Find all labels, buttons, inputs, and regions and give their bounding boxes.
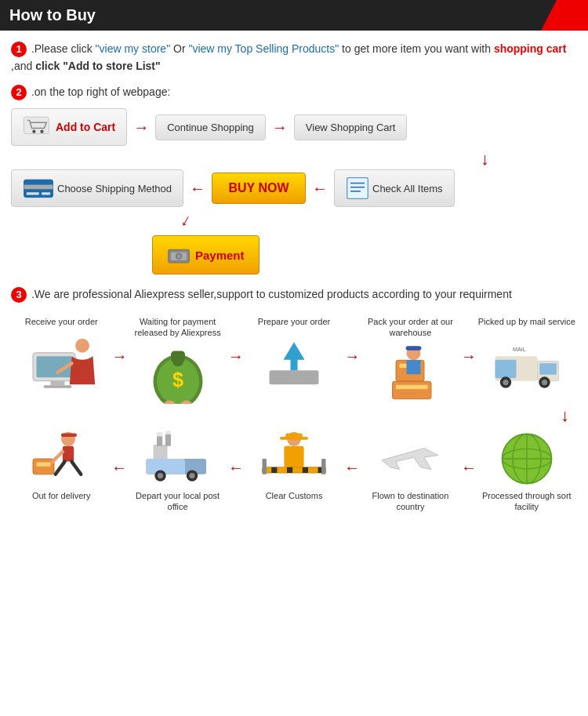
- prepare-label: Prepare your order: [258, 316, 330, 327]
- header-title: How to Buy: [9, 6, 96, 24]
- pickup-icon: MAIL: [492, 330, 562, 393]
- process-pickup: Picked up by mail service MAIL: [477, 316, 577, 393]
- arrow-down-1: ↓: [11, 149, 577, 169]
- continue-shopping-button[interactable]: Continue Shopping: [155, 114, 266, 140]
- process-receive: Receive your order: [11, 316, 111, 393]
- process-out-delivery: Out for delivery: [11, 427, 111, 504]
- process-sort: Processed through sort facility: [477, 427, 577, 516]
- pack-label: Pack your order at our warehouse: [360, 316, 460, 339]
- cash-icon: [167, 244, 191, 266]
- svg-rect-18: [44, 385, 72, 388]
- svg-point-42: [503, 380, 508, 385]
- arrow-l3: →: [344, 459, 360, 477]
- choose-shipping-button[interactable]: Choose Shipping Method: [11, 169, 183, 207]
- flow-diagram: Add to Cart → Continue Shopping → View S…: [11, 108, 577, 274]
- arrow1: →: [133, 118, 149, 136]
- step1-suffix: to get more item you want with: [342, 42, 494, 55]
- svg-point-44: [542, 380, 547, 385]
- svg-text:MAIL: MAIL: [513, 346, 526, 353]
- payment-button[interactable]: Payment: [152, 235, 260, 274]
- sort-label: Processed through sort facility: [477, 490, 577, 513]
- process-row2: Out for delivery → Depart your local p: [11, 427, 577, 516]
- continue-shopping-label: Continue Shopping: [167, 122, 254, 133]
- svg-rect-4: [24, 185, 53, 190]
- arrow4: →: [312, 180, 328, 198]
- view-store-link[interactable]: "view my store": [96, 42, 171, 55]
- svg-rect-49: [37, 463, 51, 467]
- add-to-cart-button[interactable]: Add to Cart: [11, 108, 127, 146]
- process-flown: Flown to destination country: [360, 427, 460, 516]
- step2-number: 2: [11, 85, 27, 100]
- svg-line-50: [56, 462, 65, 474]
- flow-row1: Add to Cart → Continue Shopping → View S…: [11, 108, 577, 146]
- process-prepare: Prepare your order: [244, 316, 344, 393]
- svg-rect-68: [280, 437, 308, 440]
- view-cart-label: View Shopping Cart: [306, 122, 396, 133]
- shopping-cart-text: shopping cart: [494, 42, 567, 55]
- svg-rect-7: [347, 178, 368, 199]
- arrow-l2: →: [228, 459, 244, 477]
- waiting-icon: $: [143, 341, 213, 404]
- payment-label: Payment: [195, 249, 245, 262]
- prepare-icon: [259, 330, 329, 393]
- main-content: 1 .Please click "view my store" Or "view…: [0, 31, 588, 525]
- svg-line-52: [53, 452, 63, 462]
- step1-number: 1: [11, 42, 27, 57]
- process-customs: Clear Customs: [244, 427, 344, 504]
- svg-rect-47: [63, 446, 74, 462]
- choose-shipping-label: Choose Shipping Method: [57, 183, 172, 194]
- svg-rect-73: [303, 467, 308, 473]
- arrow-r3: →: [344, 347, 360, 365]
- top-selling-link[interactable]: "view my Top Selling Products": [188, 42, 339, 55]
- svg-rect-28: [270, 370, 319, 384]
- pickup-label: Picked up by mail service: [478, 316, 575, 327]
- svg-rect-66: [284, 446, 303, 467]
- page-header: How to Buy: [0, 0, 588, 31]
- svg-point-58: [165, 431, 170, 434]
- step3-number: 3: [11, 287, 27, 303]
- out-delivery-label: Out for delivery: [32, 490, 91, 501]
- svg-point-57: [156, 432, 163, 436]
- card-icon: [23, 176, 54, 200]
- depart-icon: [143, 427, 213, 490]
- svg-point-64: [189, 473, 194, 478]
- svg-point-14: [177, 254, 181, 258]
- arrow-l1: →: [111, 459, 127, 477]
- svg-line-51: [72, 462, 82, 474]
- add-to-store-text: click "Add to store List": [35, 60, 161, 72]
- step1-and: ,and: [11, 60, 35, 72]
- svg-rect-6: [42, 192, 50, 194]
- process-depart: Depart your local post office: [127, 427, 227, 516]
- flow-row2: Choose Shipping Method → BUY NOW → Check…: [11, 169, 577, 207]
- check-all-items-button[interactable]: Check All Items: [334, 169, 455, 207]
- svg-rect-72: [287, 467, 292, 473]
- waiting-label: Waiting for payment released by Aliexpre…: [127, 316, 227, 339]
- step2-text: 2 .on the top right of webpage:: [11, 83, 577, 100]
- process-row1: Receive your order → Waiting for payment…: [11, 316, 577, 405]
- svg-rect-36: [407, 360, 421, 374]
- view-cart-button[interactable]: View Shopping Cart: [294, 114, 408, 140]
- step1-prefix: .Please click: [31, 42, 93, 55]
- arrow2: →: [272, 118, 288, 136]
- svg-rect-35: [406, 346, 422, 350]
- svg-point-19: [75, 339, 89, 353]
- step2-desc: .on the top right of webpage:: [31, 85, 170, 98]
- svg-rect-40: [539, 363, 557, 374]
- flow-row3: Payment: [11, 235, 577, 274]
- svg-rect-33: [393, 381, 432, 399]
- buy-now-button[interactable]: BUY NOW: [212, 173, 306, 204]
- svg-rect-48: [33, 459, 54, 474]
- svg-point-1: [32, 130, 35, 133]
- arrow-r4: →: [461, 347, 477, 365]
- receive-label: Receive your order: [25, 316, 98, 327]
- svg-rect-56: [165, 434, 170, 446]
- arrow-l4: →: [461, 459, 477, 477]
- svg-rect-38: [495, 360, 516, 378]
- flown-label: Flown to destination country: [360, 490, 460, 513]
- out-delivery-icon: [26, 427, 96, 490]
- step3-text: 3 .We are professional Aliexpress seller…: [11, 285, 577, 303]
- pack-icon: [375, 341, 445, 404]
- svg-rect-17: [51, 381, 65, 385]
- svg-text:$: $: [172, 369, 183, 391]
- process-arrow-down: ↓: [11, 405, 577, 426]
